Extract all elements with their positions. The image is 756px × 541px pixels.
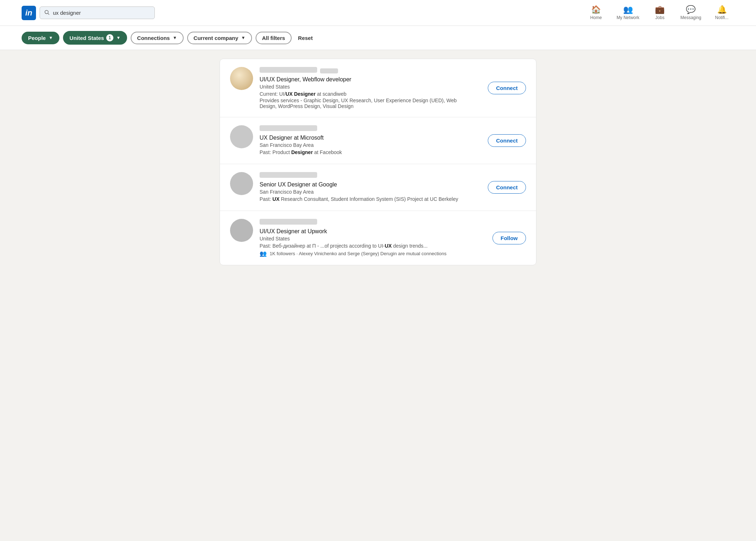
mutual-icon: 👥 (260, 250, 267, 257)
result-name-row (260, 172, 474, 180)
table-row: UI/UX Designer at Upwork United States P… (220, 211, 536, 265)
avatar (230, 219, 253, 242)
connect-button[interactable]: Connect (488, 181, 526, 194)
avatar (230, 172, 253, 195)
united-states-badge: 1 (106, 34, 113, 41)
follow-button[interactable]: Follow (492, 232, 526, 244)
result-title[interactable]: UI/UX Designer at Upwork (260, 228, 479, 235)
result-detail: Past: Веб-дизайнер at П - ...of projects… (260, 243, 479, 249)
nav-jobs[interactable]: 💼 Jobs (647, 2, 672, 24)
blurred-name-sm (320, 68, 338, 73)
site-header: in 🏠 Home 👥 My Network 💼 Jobs 💬 Messagin… (0, 0, 756, 26)
table-row: UI/UX Designer, Webflow developer United… (220, 59, 536, 117)
result-location: San Francisco Bay Area (260, 142, 474, 148)
current-company-filter[interactable]: Current company ▼ (187, 32, 252, 44)
result-detail-label: Past: Product (260, 149, 291, 155)
people-chevron-icon: ▼ (49, 35, 53, 40)
nav-my-network[interactable]: 👥 My Network (611, 2, 645, 24)
nav-notifications-label: Notifi... (715, 15, 728, 20)
blurred-name (260, 67, 317, 73)
filter-bar: People ▼ United States 1 ▼ Connections ▼… (0, 26, 756, 50)
result-name-row (260, 67, 474, 75)
connect-button[interactable]: Connect (488, 134, 526, 147)
my-network-icon: 👥 (623, 5, 633, 14)
current-company-label: Current company (194, 35, 238, 41)
table-row: UX Designer at Microsoft San Francisco B… (220, 117, 536, 164)
result-title[interactable]: UI/UX Designer, Webflow developer (260, 76, 474, 83)
result-detail-suffix: at scandiweb (316, 91, 347, 97)
connections-chevron-icon: ▼ (173, 35, 177, 40)
all-filters-button[interactable]: All filters (256, 32, 292, 44)
reset-button[interactable]: Reset (295, 32, 316, 44)
results-card: UI/UX Designer, Webflow developer United… (220, 59, 536, 265)
united-states-label: United States (69, 35, 104, 41)
result-detail-label: Past: (260, 196, 273, 202)
united-states-filter[interactable]: United States 1 ▼ (63, 31, 127, 45)
search-input[interactable] (40, 6, 155, 19)
result-action: Follow (492, 232, 526, 244)
avatar (230, 125, 253, 148)
nav-my-network-label: My Network (617, 15, 639, 20)
result-detail-label: Current: UI/ (260, 91, 285, 97)
result-title[interactable]: Senior UX Designer at Google (260, 181, 474, 188)
current-company-chevron-icon: ▼ (241, 35, 246, 40)
main-nav: 🏠 Home 👥 My Network 💼 Jobs 💬 Messaging 🔔… (584, 2, 734, 24)
result-detail-bold: UX (273, 196, 279, 202)
result-detail-bold: UX (385, 243, 392, 249)
result-info: UI/UX Designer, Webflow developer United… (260, 67, 474, 109)
svg-line-1 (48, 13, 49, 15)
result-location: San Francisco Bay Area (260, 189, 474, 195)
blurred-name (260, 219, 317, 225)
nav-messaging-label: Messaging (680, 15, 701, 20)
all-filters-label: All filters (262, 35, 285, 41)
connections-filter[interactable]: Connections ▼ (131, 32, 184, 44)
result-detail-label: Past: Веб-дизайнер at П - ...of projects… (260, 243, 385, 249)
notifications-icon: 🔔 (717, 5, 727, 14)
result-info: Senior UX Designer at Google San Francis… (260, 172, 474, 203)
result-detail-bold: UX Designer (285, 91, 315, 97)
result-detail: Past: Product Designer at Facebook (260, 149, 474, 155)
result-title[interactable]: UX Designer at Microsoft (260, 135, 474, 141)
result-info: UI/UX Designer at Upwork United States P… (260, 219, 479, 257)
connections-label: Connections (137, 35, 170, 41)
main-content: UI/UX Designer, Webflow developer United… (212, 59, 544, 265)
mutual-connections-row: 👥 1K followers · Alexey Vinichenko and S… (260, 250, 479, 257)
people-filter[interactable]: People ▼ (22, 32, 59, 44)
result-name-row (260, 125, 474, 133)
result-name-row (260, 219, 479, 227)
nav-home-label: Home (590, 15, 602, 20)
result-location: United States (260, 84, 474, 90)
messaging-icon: 💬 (686, 5, 696, 14)
result-action: Connect (488, 82, 526, 94)
mutual-connections-text: 1K followers · Alexey Vinichenko and Ser… (270, 251, 446, 256)
linkedin-logo[interactable]: in (22, 6, 36, 20)
result-action: Connect (488, 134, 526, 147)
search-icon (44, 9, 50, 17)
nav-notifications[interactable]: 🔔 Notifi... (709, 2, 734, 24)
people-filter-label: People (28, 35, 46, 41)
search-container (40, 6, 155, 19)
connect-button[interactable]: Connect (488, 82, 526, 94)
nav-messaging[interactable]: 💬 Messaging (675, 2, 707, 24)
blurred-name (260, 172, 317, 178)
united-states-chevron-icon: ▼ (116, 35, 121, 40)
jobs-icon: 💼 (655, 5, 665, 14)
result-detail-suffix: design trends... (392, 243, 428, 249)
result-detail-bold: Designer (291, 149, 313, 155)
result-info: UX Designer at Microsoft San Francisco B… (260, 125, 474, 156)
result-detail-suffix: Research Consultant, Student Information… (279, 196, 458, 202)
result-detail-suffix: at Facebook (313, 149, 342, 155)
home-icon: 🏠 (591, 5, 601, 14)
svg-point-0 (45, 10, 48, 13)
nav-home[interactable]: 🏠 Home (584, 2, 609, 24)
result-services: Provides services - Graphic Design, UX R… (260, 98, 474, 109)
result-location: United States (260, 236, 479, 242)
result-action: Connect (488, 181, 526, 194)
table-row: Senior UX Designer at Google San Francis… (220, 164, 536, 211)
blurred-name (260, 125, 317, 131)
nav-jobs-label: Jobs (655, 15, 664, 20)
avatar (230, 67, 253, 90)
result-detail: Past: UX Research Consultant, Student In… (260, 196, 474, 202)
result-detail: Current: UI/UX Designer at scandiweb (260, 91, 474, 97)
